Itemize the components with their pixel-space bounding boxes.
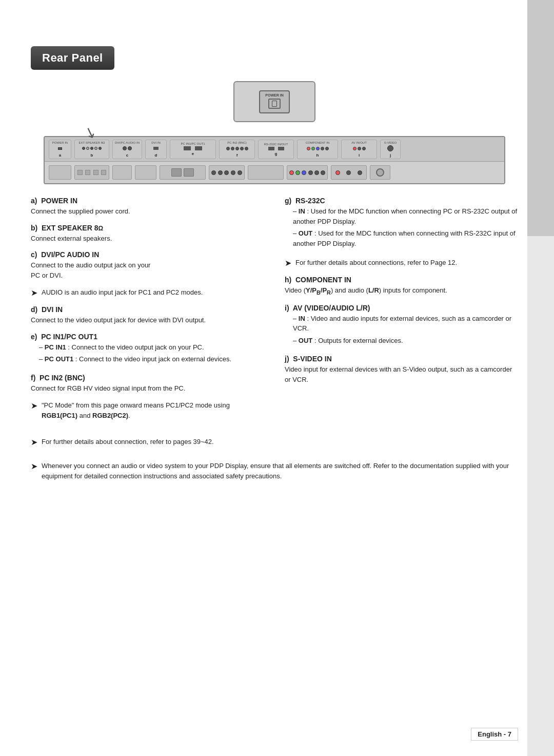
section-h-header: h) COMPONENT IN <box>285 276 518 284</box>
section-f-header: f) PC IN2 (BNC) <box>31 374 264 382</box>
section-b-header: b) EXT SPEAKER 8Ω <box>31 224 264 232</box>
content-area: Rear Panel POWER IN <box>31 0 518 487</box>
arrow-icon-bottom1: ➤ <box>31 436 37 449</box>
page-title: Rear Panel <box>42 51 103 65</box>
bottom-note-2: ➤ Whenever you connect an audio or video… <box>31 461 518 481</box>
arrow-icon-g: ➤ <box>285 257 291 269</box>
panel-section-h: COMPONENT IN h <box>297 140 338 159</box>
section-j: j) S-VIDEO IN Video input for external d… <box>285 355 518 384</box>
right-column: g) RS-232C – IN : Used for the MDC funct… <box>285 197 518 427</box>
section-d-header: d) DVI IN <box>31 305 264 314</box>
right-tab-upper <box>527 0 554 236</box>
section-b: b) EXT SPEAKER 8Ω Connect external speak… <box>31 224 264 244</box>
bottom-note-2-text: Whenever you connect an audio or video s… <box>42 461 518 481</box>
page: Rear Panel POWER IN <box>0 0 554 756</box>
panel-section-j: S-VIDEO j <box>380 140 401 159</box>
section-e-dash2: – PC OUT1 : Connect to the video input j… <box>39 354 264 364</box>
section-b-desc: Connect external speakers. <box>31 234 264 244</box>
section-f-desc: Connect for RGB HV video signal input fr… <box>31 383 264 394</box>
panel-section-e: PC IN1/PC OUT1 e <box>170 140 216 159</box>
footer-text: English - 7 <box>478 730 511 738</box>
bottom-notes: ➤ For further details about connection, … <box>31 437 518 487</box>
section-g-dash2: – OUT : Used for the MDC function when c… <box>293 228 518 248</box>
section-h-desc: Video (Y/PB/PR) and audio (L/R) inputs f… <box>285 285 518 297</box>
panel-section-a: POWER IN a <box>49 140 71 159</box>
power-unit-inner: POWER IN <box>259 90 290 113</box>
section-e-header: e) PC IN1/PC OUT1 <box>31 333 264 341</box>
panel-section-f: PC IN2 (BNC) f <box>219 140 255 159</box>
section-c: c) DVI/PC AUDIO IN Connect to the audio … <box>31 250 264 280</box>
panel-strip: POWER IN a EXT SPEAKER 8Ω <box>44 136 505 184</box>
section-f-note-text: "PC Mode" from this page onward means PC… <box>42 400 264 420</box>
section-a-header: a) POWER IN <box>31 197 264 205</box>
section-i-dash2: – OUT : Outputs for external devices. <box>293 336 518 346</box>
panel-section-g: RS-232C IN/OUT g <box>258 140 294 159</box>
section-f-note: ➤ "PC Mode" from this page onward means … <box>31 400 264 420</box>
right-tab-lower <box>527 236 554 756</box>
section-c-note-text: AUDIO is an audio input jack for PC1 and… <box>42 287 203 298</box>
section-h: h) COMPONENT IN Video (Y/PB/PR) and audi… <box>285 276 518 297</box>
section-c-desc: Connect to the audio output jack on your… <box>31 260 264 280</box>
panel-top-row: POWER IN a EXT SPEAKER 8Ω <box>45 137 504 162</box>
section-g: g) RS-232C – IN : Used for the MDC funct… <box>285 197 518 250</box>
section-i-dash1: – IN : Video and audio inputs for extern… <box>293 314 518 334</box>
panel-section-c: DVI/PC AUDIO IN c <box>112 140 142 159</box>
section-j-desc: Video input for external devices with an… <box>285 364 518 384</box>
left-column: a) POWER IN Connect the supplied power c… <box>31 197 264 427</box>
section-g-note-text: For further details about connections, r… <box>295 258 457 268</box>
panel-section-d: DVI IN d <box>145 140 167 159</box>
power-unit-diagram: POWER IN <box>233 81 315 122</box>
section-e: e) PC IN1/PC OUT1 – PC IN1 : Connect to … <box>31 333 264 366</box>
section-i: i) AV (VIDEO/AUDIO L/R) – IN : Video and… <box>285 304 518 348</box>
page-footer: English - 7 <box>471 728 518 741</box>
bottom-note-1: ➤ For further details about connection, … <box>31 437 518 449</box>
section-i-header: i) AV (VIDEO/AUDIO L/R) <box>285 304 518 312</box>
section-a: a) POWER IN Connect the supplied power c… <box>31 197 264 217</box>
section-a-desc: Connect the supplied power cord. <box>31 206 264 217</box>
section-title-banner: Rear Panel <box>31 46 114 70</box>
arrow-icon-c: ➤ <box>31 287 37 299</box>
arrow-icon-f: ➤ <box>31 400 37 412</box>
section-g-header: g) RS-232C <box>285 197 518 205</box>
bottom-note-1-text: For further details about connection, re… <box>42 437 214 447</box>
section-f: f) PC IN2 (BNC) Connect for RGB HV video… <box>31 374 264 394</box>
section-d-desc: Connect to the video output jack for dev… <box>31 315 264 325</box>
panel-section-i: AV IN/OUT i <box>341 140 377 159</box>
section-g-note: ➤ For further details about connections,… <box>285 258 518 269</box>
arrow-icon-bottom2: ➤ <box>31 460 37 473</box>
rear-panel-diagram: POWER IN ↙ POWER <box>31 81 518 184</box>
section-c-note: ➤ AUDIO is an audio input jack for PC1 a… <box>31 287 264 299</box>
panel-bottom-row <box>45 162 504 183</box>
section-d: d) DVI IN Connect to the video output ja… <box>31 305 264 325</box>
section-c-header: c) DVI/PC AUDIO IN <box>31 250 264 259</box>
section-j-header: j) S-VIDEO IN <box>285 355 518 363</box>
section-g-dash1: – IN : Used for the MDC function when co… <box>293 206 518 226</box>
section-e-dash1: – PC IN1 : Connect to the video output j… <box>39 342 264 353</box>
main-content: a) POWER IN Connect the supplied power c… <box>31 197 518 427</box>
